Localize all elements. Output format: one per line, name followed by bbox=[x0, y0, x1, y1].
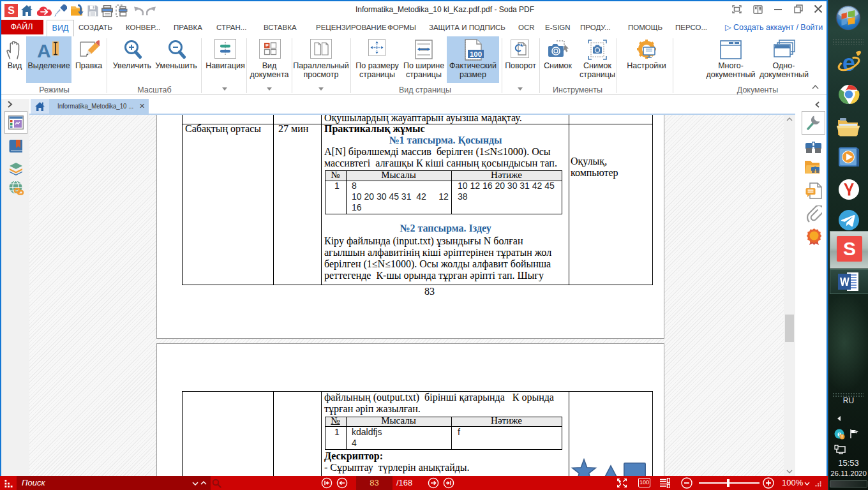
svg-text:e: e bbox=[842, 50, 855, 76]
svg-text:100: 100 bbox=[470, 50, 482, 58]
svg-text:A: A bbox=[37, 40, 51, 59]
svg-text:!: ! bbox=[841, 434, 842, 439]
